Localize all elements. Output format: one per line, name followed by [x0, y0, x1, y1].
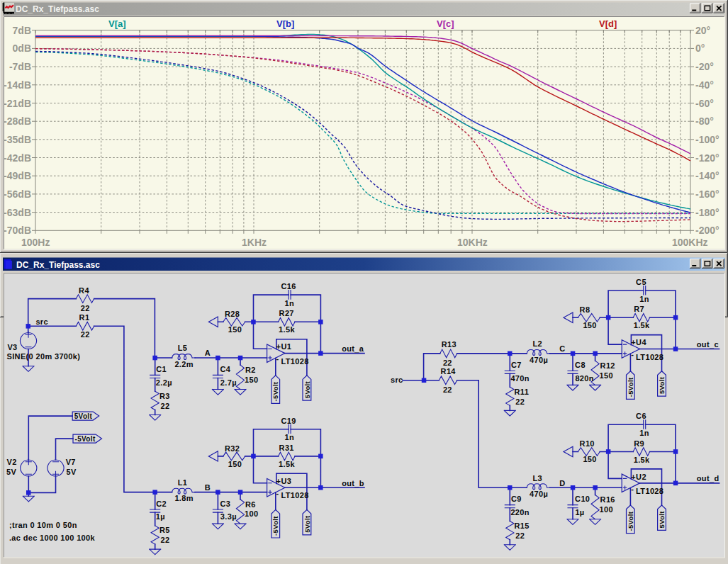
svg-text:5Volt: 5Volt [303, 515, 311, 533]
svg-text:D: D [559, 479, 565, 487]
svg-text:-: - [276, 354, 279, 363]
svg-text:-5Volt: -5Volt [271, 381, 279, 401]
svg-text:L5: L5 [178, 344, 188, 352]
svg-text:-5Volt: -5Volt [627, 511, 634, 531]
svg-text:-200°: -200° [695, 225, 719, 236]
svg-text:-49dB: -49dB [4, 170, 31, 181]
svg-text:LT1028: LT1028 [636, 353, 663, 361]
svg-text:+: + [276, 477, 281, 485]
svg-text:1n: 1n [285, 433, 295, 441]
svg-text:out_a: out_a [342, 344, 364, 353]
svg-text:470n: 470n [510, 374, 529, 383]
svg-text:U4: U4 [636, 338, 646, 346]
svg-text:-100°: -100° [695, 134, 719, 145]
svg-text:L1: L1 [178, 478, 188, 487]
svg-text:src: src [391, 376, 403, 384]
svg-text:C3: C3 [220, 500, 231, 508]
svg-text:R8: R8 [580, 305, 590, 314]
svg-text:2.2µ: 2.2µ [156, 378, 172, 387]
svg-text:R32: R32 [225, 444, 240, 453]
svg-text:-80°: -80° [695, 115, 714, 127]
svg-text:5Volt: 5Volt [74, 412, 93, 420]
svg-text:-14dB: -14dB [4, 79, 31, 91]
svg-text:-63dB: -63dB [4, 207, 31, 218]
svg-text:L3: L3 [532, 474, 542, 483]
svg-text:100: 100 [245, 509, 258, 518]
svg-text:150: 150 [583, 321, 596, 329]
svg-text:V7: V7 [66, 458, 76, 466]
svg-text:220n: 220n [510, 508, 529, 517]
svg-text:22: 22 [81, 330, 90, 339]
svg-text:LT1028: LT1028 [281, 491, 309, 500]
svg-text:150: 150 [583, 455, 596, 463]
svg-text:C2: C2 [156, 500, 167, 508]
svg-text:V3: V3 [7, 343, 17, 351]
svg-text:-5Volt: -5Volt [627, 377, 634, 397]
svg-text:out_b: out_b [342, 479, 364, 487]
svg-text:1n: 1n [639, 429, 649, 437]
svg-text:R31: R31 [279, 444, 294, 452]
svg-text:3.3µ: 3.3µ [220, 512, 237, 521]
svg-text:C1: C1 [156, 365, 167, 373]
svg-text:150: 150 [228, 460, 242, 468]
svg-text:out_d: out_d [697, 474, 719, 483]
svg-text:1KHz: 1KHz [242, 237, 267, 248]
svg-text:1µ: 1µ [156, 512, 165, 521]
svg-text:V[b]: V[b] [276, 18, 294, 29]
svg-text:1.5k: 1.5k [279, 325, 295, 334]
svg-text:-56dB: -56dB [4, 188, 31, 200]
svg-text:0dB: 0dB [13, 43, 31, 54]
svg-text:src: src [35, 317, 48, 326]
svg-text:R2: R2 [245, 366, 256, 374]
svg-text:150: 150 [600, 371, 613, 380]
svg-text:LT1028: LT1028 [281, 357, 309, 366]
svg-text:B: B [205, 483, 211, 492]
svg-text:5Volt: 5Volt [658, 376, 666, 394]
svg-text:R3: R3 [159, 392, 170, 400]
svg-text:U2: U2 [636, 473, 646, 481]
svg-text:C8: C8 [575, 361, 586, 369]
svg-text:22: 22 [515, 531, 525, 540]
svg-text:V2: V2 [7, 458, 17, 466]
svg-text:R10: R10 [580, 439, 595, 448]
svg-text:-160°: -160° [695, 188, 719, 200]
svg-text:22: 22 [161, 402, 170, 410]
svg-text:.ac dec 1000 100 100k: .ac dec 1000 100 100k [9, 534, 96, 542]
svg-text:R15: R15 [515, 521, 530, 530]
svg-text:5Volt: 5Volt [303, 380, 311, 398]
svg-text:-120°: -120° [695, 152, 719, 164]
svg-text:22: 22 [161, 536, 170, 544]
svg-text:-140°: -140° [695, 170, 719, 181]
svg-text:R13: R13 [442, 340, 457, 349]
svg-text:470µ: 470µ [530, 490, 548, 498]
svg-text:L2: L2 [532, 339, 542, 348]
svg-text:-42dB: -42dB [4, 152, 31, 164]
svg-text:-: - [631, 350, 634, 359]
svg-text:-7dB: -7dB [9, 61, 31, 72]
svg-text:5V: 5V [6, 468, 16, 476]
svg-text:1n: 1n [639, 295, 649, 303]
svg-text:V[d]: V[d] [599, 18, 617, 29]
svg-text:C6: C6 [636, 412, 646, 420]
svg-text:2.2m: 2.2m [174, 360, 193, 368]
svg-text:R28: R28 [225, 310, 240, 318]
svg-text:R12: R12 [600, 361, 615, 370]
svg-text:C16: C16 [281, 282, 296, 291]
svg-text:SINE(0 20m 3700k): SINE(0 20m 3700k) [7, 352, 81, 361]
svg-text:20°: 20° [695, 25, 710, 36]
svg-text:R7: R7 [634, 305, 644, 313]
svg-text:-28dB: -28dB [4, 115, 31, 127]
svg-text:U1: U1 [281, 342, 292, 351]
svg-text:+: + [631, 338, 636, 346]
svg-text:R16: R16 [600, 495, 615, 504]
svg-text:22: 22 [443, 359, 452, 367]
svg-text:2.7µ: 2.7µ [220, 378, 237, 387]
svg-text:R6: R6 [245, 500, 256, 509]
svg-text:A: A [205, 349, 211, 357]
svg-text:-: - [631, 485, 634, 493]
svg-text:;tran 0 10m 0 50n: ;tran 0 10m 0 50n [9, 521, 77, 529]
svg-text:V[c]: V[c] [437, 18, 454, 29]
svg-text:150: 150 [245, 376, 258, 384]
svg-text:820n: 820n [575, 374, 593, 383]
svg-text:-70dB: -70dB [4, 225, 31, 236]
